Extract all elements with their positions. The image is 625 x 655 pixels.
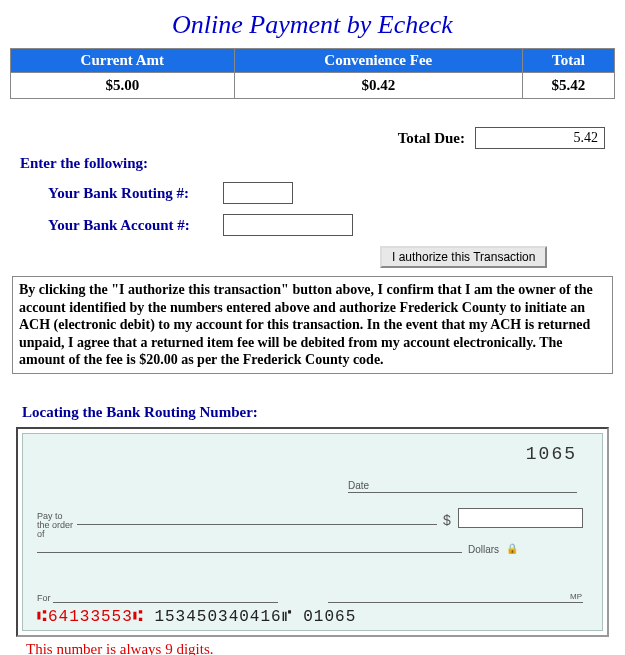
check-dollar-sign: $ [443, 512, 451, 528]
check-amount-box [458, 508, 583, 528]
total-due-label: Total Due: [398, 130, 465, 147]
td-current-amt: $5.00 [11, 73, 235, 99]
th-total: Total [522, 49, 614, 73]
routing-input[interactable] [223, 182, 293, 204]
check-dollars-label: Dollars [468, 544, 499, 555]
routing-label: Your Bank Routing #: [48, 185, 223, 202]
micr-routing: ⑆64133553⑆ [37, 608, 144, 626]
page-title: Online Payment by Echeck [10, 10, 615, 40]
check-payto-line [77, 524, 437, 525]
check-for-line [53, 602, 278, 603]
check-for-label: For [37, 593, 51, 603]
check-mp-label: MP [570, 592, 582, 601]
check-image-frame: 1065 Date Pay to the order of $ Dollars … [16, 427, 609, 637]
account-label: Your Bank Account #: [48, 217, 223, 234]
check-date-line: Date [348, 480, 577, 493]
td-total: $5.42 [522, 73, 614, 99]
authorize-button[interactable]: I authorize this Transaction [380, 246, 547, 268]
enter-following-label: Enter the following: [20, 155, 615, 172]
total-due-value: 5.42 [475, 127, 605, 149]
th-current-amt: Current Amt [11, 49, 235, 73]
th-convenience-fee: Convenience Fee [234, 49, 522, 73]
check-number: 1065 [526, 444, 577, 464]
check-payto-label: Pay to the order of [37, 512, 77, 539]
check-micr-line: ⑆64133553⑆ 153450340416⑈ 01065 [37, 608, 356, 626]
td-convenience-fee: $0.42 [234, 73, 522, 99]
routing-note: This number is always 9 digits. [26, 641, 615, 656]
check-signature-line [328, 602, 583, 603]
amount-table: Current Amt Convenience Fee Total $5.00 … [10, 48, 615, 99]
locating-routing-label: Locating the Bank Routing Number: [22, 404, 615, 421]
check-amount-line [37, 552, 462, 553]
lock-icon: 🔒 [506, 543, 518, 554]
account-input[interactable] [223, 214, 353, 236]
micr-rest: 153450340416⑈ 01065 [144, 608, 356, 626]
disclosure-text: By clicking the "I authorize this transa… [12, 276, 613, 374]
sample-check: 1065 Date Pay to the order of $ Dollars … [22, 433, 603, 631]
